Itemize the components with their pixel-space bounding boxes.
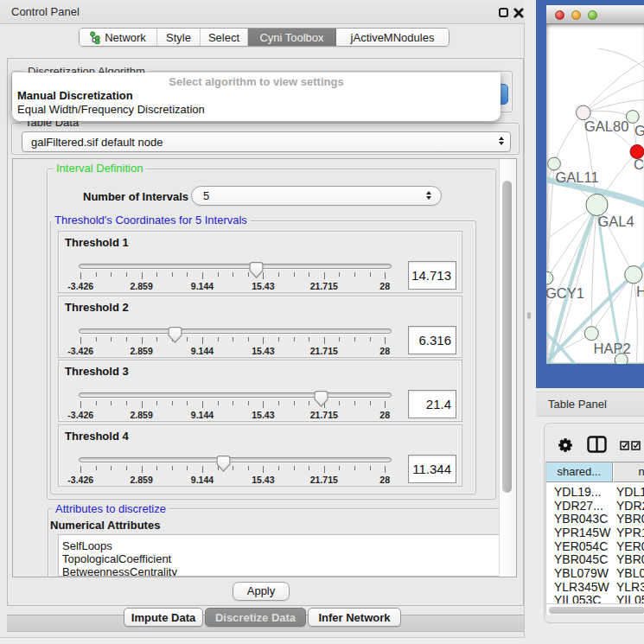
tick-label: 28 (379, 410, 390, 420)
slider-thumb[interactable] (216, 456, 231, 472)
bottom-tab-infer-network[interactable]: Infer Network (308, 608, 401, 627)
close-icon[interactable] (513, 8, 524, 18)
tick-mark (111, 401, 112, 405)
tick-label: 15.43 (252, 475, 274, 485)
numerical-attributes-list[interactable]: SelfLoopsTopologicalCoefficientBetweenne… (58, 534, 500, 577)
tab-label: Style (166, 31, 191, 44)
tab-jactivemnodules[interactable]: jActiveMNodules (336, 29, 449, 46)
network-canvas[interactable]: GAL80GACGAL11GAL4GCY1HHAP2 (546, 24, 644, 364)
tick-mark (309, 466, 309, 470)
tick-label: -3.426 (67, 410, 93, 420)
table-cell: YPR14 (616, 526, 644, 539)
threshold-value-field[interactable]: 14.713 (408, 261, 456, 290)
split-columns-icon[interactable] (587, 436, 607, 453)
vertical-scrollbar-thumb[interactable] (502, 181, 512, 493)
tick-mark (156, 337, 157, 341)
tick-label: 15.43 (252, 281, 274, 291)
checkbox-icon[interactable] (631, 441, 641, 450)
tick-mark (248, 337, 249, 341)
threshold-row: Threshold 2-3.4262.8599.14415.4321.71528… (58, 296, 462, 358)
tick-mark (309, 401, 309, 405)
threshold-value-field[interactable]: 21.4 (408, 390, 456, 418)
control-panel-titlebar[interactable]: Control Panel (0, 0, 525, 24)
table-cell: YER05 (616, 539, 644, 553)
table-header-shared[interactable]: shared... (546, 462, 613, 482)
table-panel-title: Table Panel (548, 392, 607, 417)
network-node-label: GAL80 (584, 118, 628, 134)
tick-mark (142, 272, 143, 279)
bottom-tab-impute-data[interactable]: Impute Data (124, 608, 203, 627)
threshold-slider-track[interactable] (79, 328, 392, 334)
tick-mark (263, 337, 264, 344)
tick-mark (187, 272, 188, 277)
tick-mark (187, 337, 188, 341)
tick-mark (218, 272, 219, 277)
tab-network[interactable]: Network (80, 29, 157, 46)
number-of-intervals-combobox[interactable]: 5 (191, 186, 442, 206)
table-header-name[interactable]: na (614, 462, 644, 482)
zoom-light[interactable] (588, 10, 597, 20)
attribute-list-item[interactable]: SelfLoops (59, 539, 499, 552)
network-node-GAL4[interactable] (586, 194, 608, 215)
threshold-slider-track[interactable] (79, 457, 392, 462)
tab-select[interactable]: Select (201, 29, 248, 46)
tick-mark (385, 401, 386, 408)
tick-mark (233, 337, 233, 341)
table-data-combo-value: galFiltered.sif default node (22, 136, 163, 149)
tick-mark (294, 337, 295, 341)
close-light[interactable] (555, 10, 564, 20)
bottom-tab-discretize-data[interactable]: Discretize Data (205, 608, 306, 627)
threshold-value-field[interactable]: 11.344 (408, 455, 456, 483)
threshold-value-field[interactable]: 6.316 (408, 326, 456, 354)
tick-mark (324, 466, 325, 473)
tick-mark (354, 272, 355, 277)
network-node-label: C (634, 156, 644, 172)
control-panel-window: Control Panel NetworkStyleSelectCyni Too… (0, 0, 525, 638)
tick-mark (339, 401, 340, 405)
threshold-slider-track[interactable] (79, 392, 392, 398)
slider-thumb[interactable] (314, 391, 328, 407)
network-node-H-node[interactable] (625, 266, 642, 284)
thresholds-groupbox-title: Threshold's Coordinates for 5 Intervals (51, 214, 251, 226)
algorithm-popup-prompt: Select algorithm to view settings (12, 75, 501, 89)
slider-thumb[interactable] (168, 327, 182, 343)
slider-thumb[interactable] (249, 262, 264, 278)
tick-mark (218, 337, 219, 341)
tick-label: 2.859 (130, 475, 152, 485)
tick-mark (233, 401, 233, 405)
network-node-GCY1[interactable] (546, 271, 553, 284)
table-cell: YDR27 (616, 499, 644, 513)
gear-icon[interactable] (558, 437, 573, 453)
tab-label: Select (208, 31, 239, 44)
algorithm-popup-item[interactable]: Manual Discretization (12, 89, 501, 103)
tick-mark (248, 466, 249, 470)
tick-mark (385, 272, 386, 279)
table-cell: YBL079W (554, 566, 609, 580)
apply-button[interactable]: Apply (233, 582, 290, 601)
splitter-handle[interactable] (527, 312, 531, 319)
table-cell: YDR27... (554, 499, 603, 513)
table-data-combobox[interactable]: galFiltered.sif default node (22, 131, 511, 152)
table-cell: YDL19... (554, 485, 601, 499)
tick-label: 9.144 (191, 346, 214, 356)
network-window-titlebar[interactable] (546, 5, 644, 24)
tick-mark (126, 337, 127, 341)
bottom-tab-bar: Impute DataDiscretize DataInfer Network (0, 608, 525, 627)
network-node-GAL11[interactable] (548, 157, 561, 170)
threshold-label: Threshold 2 (65, 301, 129, 314)
threshold-slider-track[interactable] (79, 264, 392, 269)
network-node-HAP2[interactable] (584, 327, 598, 341)
horizontal-scrollbar-thumb[interactable] (549, 607, 644, 614)
checkbox-icon[interactable] (620, 441, 629, 450)
float-window-icon[interactable] (499, 8, 508, 17)
tab-style[interactable]: Style (157, 29, 201, 46)
horizontal-scrollbar[interactable] (546, 603, 644, 615)
tick-label: 9.144 (191, 281, 214, 291)
algorithm-popup-item[interactable]: Equal Width/Frequency Discretization (12, 103, 501, 117)
attribute-list-item[interactable]: BetweennessCentrality (59, 565, 499, 577)
attribute-list-item[interactable]: TopologicalCoefficient (59, 552, 499, 565)
tab-cyni-toolbox[interactable]: Cyni Toolbox (248, 29, 336, 46)
threshold-row: Threshold 4-3.4262.8599.14415.4321.71528… (58, 424, 462, 487)
minimize-light[interactable] (571, 10, 581, 20)
network-tree-icon (90, 31, 101, 44)
